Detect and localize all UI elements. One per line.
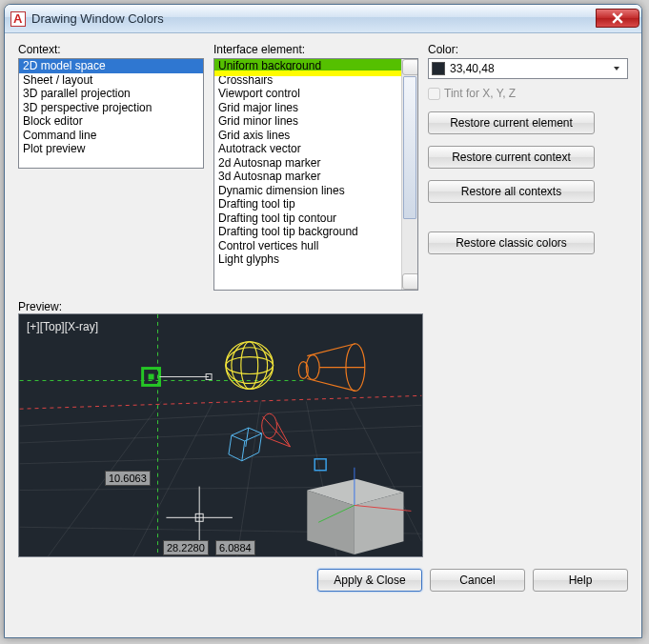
- window-title: Drawing Window Colors: [31, 11, 164, 26]
- preview-graphics: [19, 314, 422, 556]
- color-label: Color:: [428, 43, 628, 56]
- context-item[interactable]: Block editor: [19, 114, 203, 129]
- close-button[interactable]: [596, 9, 639, 28]
- svg-line-7: [237, 401, 261, 556]
- color-swatch: [432, 62, 445, 75]
- element-item[interactable]: Control vertices hull: [214, 239, 417, 253]
- svg-point-18: [226, 357, 274, 374]
- element-label: Interface element:: [213, 43, 418, 56]
- svg-line-12: [20, 395, 422, 409]
- context-item[interactable]: Plot preview: [19, 142, 203, 156]
- preview-pane: [+][Top][X-ray]: [18, 313, 423, 557]
- svg-line-1: [20, 426, 422, 443]
- element-item[interactable]: Drafting tool tip: [214, 197, 417, 211]
- svg-point-19: [241, 342, 258, 390]
- element-item[interactable]: 2d Autosnap marker: [214, 156, 417, 171]
- element-item[interactable]: Drafting tool tip background: [214, 225, 417, 239]
- element-item[interactable]: Grid axis lines: [214, 129, 417, 143]
- restore-classic-button[interactable]: Restore classic colors: [428, 231, 595, 254]
- app-icon: [10, 11, 26, 27]
- restore-element-button[interactable]: Restore current element: [428, 111, 595, 134]
- color-dropdown[interactable]: 33,40,48: [428, 58, 628, 79]
- cancel-button[interactable]: Cancel: [430, 569, 525, 592]
- svg-rect-32: [314, 459, 326, 471]
- element-item[interactable]: Dynamic dimension lines: [214, 184, 417, 198]
- element-item[interactable]: Grid major lines: [214, 101, 417, 115]
- restore-all-button[interactable]: Restore all contexts: [428, 180, 595, 203]
- coord-readout-2: 28.2280: [163, 540, 209, 555]
- context-item[interactable]: 3D parallel projection: [19, 87, 203, 101]
- tint-checkbox: [428, 88, 440, 100]
- title-bar[interactable]: Drawing Window Colors: [5, 5, 641, 33]
- context-item[interactable]: Sheet / layout: [19, 73, 203, 88]
- tint-label: Tint for X, Y, Z: [444, 87, 516, 100]
- svg-point-17: [226, 342, 274, 390]
- dialog-footer: Apply & Close Cancel Help: [18, 569, 628, 592]
- element-item[interactable]: Uniform background: [214, 59, 417, 73]
- element-item[interactable]: Grid minor lines: [214, 114, 417, 129]
- restore-context-button[interactable]: Restore current context: [428, 146, 595, 169]
- element-item[interactable]: 3d Autosnap marker: [214, 170, 417, 184]
- svg-point-20: [232, 342, 268, 390]
- context-label: Context:: [18, 43, 204, 56]
- preview-label: Preview:: [18, 300, 628, 313]
- help-button[interactable]: Help: [533, 569, 628, 592]
- element-item[interactable]: Drafting tool tip contour: [214, 211, 417, 226]
- element-item[interactable]: Viewport control: [214, 87, 417, 101]
- element-listbox[interactable]: Uniform backgroundCrosshairsViewport con…: [213, 58, 418, 291]
- svg-line-25: [307, 378, 355, 391]
- svg-rect-14: [149, 374, 154, 380]
- chevron-down-icon: [609, 66, 624, 71]
- apply-close-button[interactable]: Apply & Close: [317, 569, 422, 592]
- element-item[interactable]: Autotrack vector: [214, 142, 417, 156]
- element-item[interactable]: Light glyphs: [214, 252, 417, 267]
- svg-line-2: [20, 453, 422, 464]
- context-listbox[interactable]: 2D model spaceSheet / layout3D parallel …: [18, 58, 204, 169]
- context-item[interactable]: 2D model space: [19, 59, 203, 73]
- coord-readout-1: 10.6063: [105, 471, 151, 486]
- context-item[interactable]: Command line: [19, 129, 203, 143]
- svg-line-24: [307, 344, 355, 356]
- dialog-window: Drawing Window Colors Context: 2D model …: [4, 4, 642, 638]
- context-item[interactable]: 3D perspective projection: [19, 101, 203, 115]
- color-value: 33,40,48: [450, 62, 495, 75]
- close-icon: [612, 12, 623, 24]
- listbox-scrollbar[interactable]: [401, 59, 417, 290]
- scroll-up-button[interactable]: [402, 59, 418, 75]
- dialog-body: Context: 2D model spaceSheet / layout3D …: [5, 33, 641, 637]
- scroll-thumb[interactable]: [403, 76, 416, 219]
- coord-readout-3: 6.0884: [215, 540, 255, 555]
- scroll-down-button[interactable]: [402, 273, 418, 290]
- svg-point-21: [226, 348, 274, 384]
